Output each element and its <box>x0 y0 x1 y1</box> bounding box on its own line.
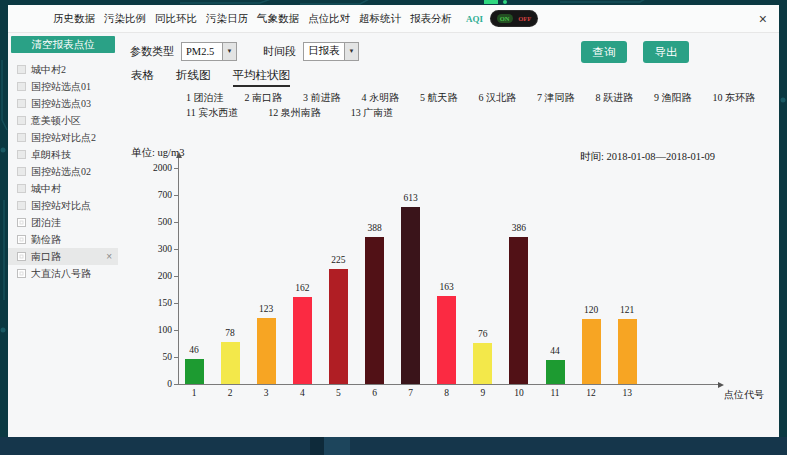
y-tick-mark <box>174 276 178 277</box>
legend-row-2: 11 宾水西道12 泉州南路13 广南道 <box>186 105 779 120</box>
menu-item[interactable]: 污染比例 <box>104 12 146 26</box>
bar <box>509 237 528 384</box>
tab-line-chart[interactable]: 折线图 <box>176 68 211 87</box>
checkbox-icon[interactable] <box>17 269 26 278</box>
sidebar-item[interactable]: 意美顿小区 <box>8 112 118 129</box>
menu-item[interactable]: 超标统计 <box>359 12 401 26</box>
y-tick-mark <box>174 222 178 223</box>
sidebar-item[interactable]: 卓朗科技 <box>8 146 118 163</box>
menu-item[interactable]: 污染日历 <box>206 12 248 26</box>
sidebar: 清空报表点位 城中村2国控站选点01国控站选点03意美顿小区国控站对比点2卓朗科… <box>8 33 118 437</box>
menu-item[interactable]: 历史数据 <box>53 12 95 26</box>
sidebar-item[interactable]: 城中村2 <box>8 61 118 78</box>
sidebar-point-list: 城中村2国控站选点01国控站选点03意美顿小区国控站对比点2卓朗科技国控站选点0… <box>8 61 118 282</box>
bar <box>546 360 565 384</box>
bar-value-label: 44 <box>535 346 575 356</box>
content-area: 参数类型 PM2.5 ▼ 时间段 日报表 ▼ 查询 导出 表格折线图平均柱状图 … <box>118 33 779 437</box>
legend-entry: 3 前进路 <box>303 90 341 105</box>
sidebar-item[interactable]: 国控站对比点2 <box>8 129 118 146</box>
legend-entry: 8 跃进路 <box>596 90 634 105</box>
legend-entry: 6 汉北路 <box>479 90 517 105</box>
time-period-value: 日报表 <box>304 44 344 58</box>
checkbox-icon[interactable] <box>17 150 26 159</box>
dropdown-arrow-icon[interactable]: ▼ <box>222 43 236 60</box>
export-button[interactable]: 导出 <box>643 41 689 63</box>
checkbox-icon[interactable] <box>17 133 26 142</box>
y-tick-label: 150 <box>134 298 172 308</box>
x-tick-label: 1 <box>179 388 209 398</box>
sidebar-item-label: 卓朗科技 <box>31 148 71 162</box>
menu-item[interactable]: 同比环比 <box>155 12 197 26</box>
x-tick-label: 6 <box>360 388 390 398</box>
x-tick-label: 5 <box>323 388 353 398</box>
sidebar-item-label: 团泊洼 <box>31 216 61 230</box>
y-tick-mark <box>174 249 178 250</box>
checkbox-icon[interactable] <box>17 235 26 244</box>
sidebar-item[interactable]: 大直沽八号路 <box>8 265 118 282</box>
taskbar-segment <box>310 437 324 455</box>
y-tick-mark <box>174 330 178 331</box>
taskbar <box>0 437 787 455</box>
sidebar-item[interactable]: 国控站选点01 <box>8 78 118 95</box>
y-tick-mark <box>174 357 178 358</box>
y-tick-mark <box>174 195 178 196</box>
x-axis-arrow-icon <box>718 382 724 388</box>
checkbox-icon[interactable] <box>17 82 26 91</box>
sidebar-item[interactable]: 勤俭路 <box>8 231 118 248</box>
x-tick-label: 11 <box>540 388 570 398</box>
sidebar-item[interactable]: 团泊洼 <box>8 214 118 231</box>
sidebar-item[interactable]: 国控站选点02 <box>8 163 118 180</box>
close-icon[interactable]: × <box>759 12 767 26</box>
menu-item[interactable]: 报表分析 <box>410 12 452 26</box>
bar-value-label: 121 <box>607 305 647 315</box>
sidebar-item[interactable]: 国控站选点03 <box>8 95 118 112</box>
aqi-toggle[interactable]: ON OFF <box>491 11 537 26</box>
y-tick-label: 100 <box>134 325 172 335</box>
plot-area: 点位代号 05010015020030050070020004617821233… <box>178 168 738 384</box>
checkbox-icon[interactable] <box>17 184 26 193</box>
sidebar-item[interactable]: 南口路× <box>8 248 118 265</box>
param-type-label: 参数类型 <box>130 44 174 59</box>
checkbox-icon[interactable] <box>17 201 26 210</box>
checkbox-icon[interactable] <box>17 218 26 227</box>
legend-row-1: 1 团泊洼2 南口路3 前进路4 永明路5 航天路6 汉北路7 津同路8 跃进路… <box>186 90 779 105</box>
sidebar-item-label: 国控站对比点 <box>31 199 91 213</box>
menu-item[interactable]: 气象数据 <box>257 12 299 26</box>
legend-entry: 1 团泊洼 <box>186 90 224 105</box>
tab-table[interactable]: 表格 <box>131 68 154 87</box>
bar <box>293 297 312 384</box>
checkbox-icon[interactable] <box>17 99 26 108</box>
bar-value-label: 162 <box>282 283 322 293</box>
bar <box>365 237 384 384</box>
y-tick-mark <box>174 168 178 169</box>
bar-value-label: 123 <box>246 304 286 314</box>
y-axis-arrow-icon <box>176 152 182 158</box>
checkbox-icon[interactable] <box>17 65 26 74</box>
bar <box>582 319 601 384</box>
sidebar-item-label: 国控站选点02 <box>31 165 91 179</box>
sidebar-item-label: 勤俭路 <box>31 233 61 247</box>
time-period-select[interactable]: 日报表 ▼ <box>303 42 359 61</box>
dropdown-arrow-icon[interactable]: ▼ <box>344 43 358 60</box>
param-type-value: PM2.5 <box>182 46 222 57</box>
menu-item[interactable]: 点位比对 <box>308 12 350 26</box>
tab-avg-bar-chart[interactable]: 平均柱状图 <box>233 68 291 87</box>
param-type-select[interactable]: PM2.5 ▼ <box>181 42 237 61</box>
sidebar-item[interactable]: 国控站对比点 <box>8 197 118 214</box>
menu-bar-items: 历史数据污染比例同比环比污染日历气象数据点位比对超标统计报表分析 <box>53 12 452 26</box>
clear-points-button[interactable]: 清空报表点位 <box>11 36 115 53</box>
sidebar-item[interactable]: 城中村 <box>8 180 118 197</box>
bar-value-label: 225 <box>318 255 358 265</box>
x-tick-label: 8 <box>432 388 462 398</box>
bar-value-label: 388 <box>355 223 395 233</box>
query-button[interactable]: 查询 <box>581 41 627 63</box>
y-tick-label: 500 <box>134 217 172 227</box>
y-tick-label: 50 <box>134 352 172 362</box>
checkbox-icon[interactable] <box>17 116 26 125</box>
x-tick-label: 10 <box>504 388 534 398</box>
remove-icon[interactable]: × <box>106 251 112 262</box>
x-tick-label: 4 <box>287 388 317 398</box>
checkbox-icon[interactable] <box>17 252 26 261</box>
legend-entry: 9 渔阳路 <box>654 90 692 105</box>
checkbox-icon[interactable] <box>17 167 26 176</box>
